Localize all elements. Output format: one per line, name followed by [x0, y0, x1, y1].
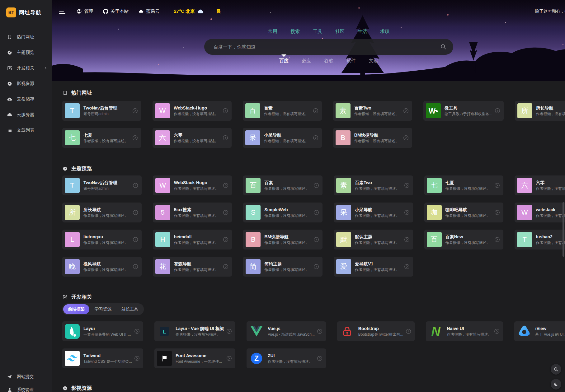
open-link-icon[interactable]	[223, 264, 229, 270]
open-link-icon[interactable]	[223, 209, 229, 216]
engine-tab-百度[interactable]: 百度	[279, 58, 289, 64]
site-card[interactable]: 默默认主题作者很懒，没有填写描述。	[334, 230, 413, 250]
site-card[interactable]: WWebStack-Hugo作者很懒，没有填写描述。	[153, 175, 232, 195]
open-link-icon[interactable]	[313, 182, 319, 189]
site-card[interactable]: 所所长导航作者很懒，没有填写描述。	[515, 101, 565, 121]
site-card[interactable]: 百百素New作者很懒，没有填写描述。	[424, 230, 504, 250]
open-link-icon[interactable]	[132, 236, 139, 243]
open-link-icon[interactable]	[317, 355, 323, 362]
topbar-item-关于本站[interactable]: 关于本站	[103, 8, 129, 14]
site-card[interactable]: WWebStack-Hugo作者很懒，没有填写描述。	[153, 101, 232, 121]
category-tab-社区[interactable]: 社区	[335, 29, 345, 35]
open-link-icon[interactable]	[313, 209, 319, 216]
sidebar-item-影视资源[interactable]: 影视资源	[0, 76, 52, 91]
category-tab-工具[interactable]: 工具	[313, 29, 322, 35]
search-input[interactable]	[204, 39, 453, 55]
site-card[interactable]: W微工具微工具致力于打造和收集各...	[423, 101, 504, 121]
hamburger-menu-icon[interactable]	[59, 9, 67, 14]
search-submit-icon[interactable]	[440, 44, 446, 50]
site-card[interactable]: 百百素作者很懒，没有填写描述。	[243, 175, 323, 195]
site-card[interactable]: 六六零作者很懒，没有填写描述。	[515, 175, 565, 195]
site-card[interactable]: 素百素Two作者很懒，没有填写描述。	[334, 175, 413, 195]
open-link-icon[interactable]	[134, 355, 140, 362]
brand[interactable]: BT 网址导航	[0, 0, 52, 25]
category-tab-求职[interactable]: 求职	[380, 29, 389, 35]
open-link-icon[interactable]	[404, 209, 410, 216]
site-card[interactable]: Layui一套开源免费的 Web UI 组...	[62, 321, 143, 341]
open-link-icon[interactable]	[132, 264, 139, 270]
floating-search-button[interactable]	[551, 364, 561, 375]
open-link-icon[interactable]	[404, 182, 410, 189]
open-link-icon[interactable]	[226, 328, 232, 334]
site-card[interactable]: 晚挽风导航作者很懒，没有填写描述。	[62, 257, 142, 277]
site-card[interactable]: Lliutongxu作者很懒，没有填写描述。	[62, 230, 142, 250]
topbar-item-管理[interactable]: 管理	[77, 8, 93, 14]
open-link-icon[interactable]	[132, 135, 138, 141]
site-card[interactable]: 七七夏作者很懒，没有填写描述。	[62, 128, 141, 148]
open-link-icon[interactable]	[222, 135, 228, 141]
site-card[interactable]: TTwoNav后台管理账号密码admin	[62, 175, 142, 195]
site-card[interactable]: LLayui - Vue 前端 UI 框架作者很懒，没有填写描述。	[154, 321, 235, 341]
site-card[interactable]: 咖咖啡吧导航作者很懒，没有填写描述。	[424, 203, 504, 222]
sidebar-item-热门网址[interactable]: 热门网址	[0, 29, 52, 45]
site-card[interactable]: Font AwesomeFont Awesome，一套绝佳...	[154, 348, 235, 368]
site-card[interactable]: Ttushan2作者很懒，没有填写描述。	[515, 230, 565, 250]
site-card[interactable]: NNaive UI作者很懒，没有填写描述。	[426, 321, 503, 341]
open-link-icon[interactable]	[313, 135, 319, 141]
open-link-icon[interactable]	[494, 108, 501, 114]
category-tab-常用[interactable]: 常用	[268, 29, 277, 35]
sidebar-item-开发相关[interactable]: 开发相关	[0, 60, 52, 76]
engine-tab-文献[interactable]: 文献	[369, 58, 378, 64]
open-link-icon[interactable]	[405, 328, 412, 334]
open-link-icon[interactable]	[132, 209, 139, 216]
dark-mode-button[interactable]	[551, 379, 561, 390]
sidebar-item-云服务器[interactable]: 云服务器	[0, 107, 52, 123]
open-link-icon[interactable]	[132, 182, 139, 189]
engine-tab-必应[interactable]: 必应	[302, 58, 311, 64]
site-card[interactable]: Vue.jsVue.js - 渐进式的 JavaScri...	[247, 321, 326, 341]
open-link-icon[interactable]	[223, 236, 229, 243]
site-card[interactable]: 所所长导航作者很懒，没有填写描述。	[62, 203, 142, 222]
open-link-icon[interactable]	[134, 328, 140, 334]
category-tab-生活[interactable]: 生活	[358, 29, 367, 35]
sidebar-item-系统管理[interactable]: 系统管理	[0, 383, 52, 392]
engine-tab-软件[interactable]: 软件	[346, 58, 356, 64]
site-card[interactable]: 呆小呆导航作者很懒，没有填写描述。	[334, 203, 413, 222]
open-link-icon[interactable]	[494, 236, 500, 243]
site-card[interactable]: 简简约主题作者很懒，没有填写描述。	[243, 257, 323, 277]
sidebar-item-主题预览[interactable]: 主题预览	[0, 45, 52, 60]
open-link-icon[interactable]	[317, 328, 323, 334]
open-link-icon[interactable]	[494, 328, 500, 334]
open-link-icon[interactable]	[404, 236, 410, 243]
site-card[interactable]: 爱爱导航V1作者很懒，没有填写描述。	[334, 257, 413, 277]
open-link-icon[interactable]	[222, 108, 228, 114]
site-card[interactable]: BootstrapBootstrap是Twitter推出的...	[337, 321, 415, 341]
site-card[interactable]: iView基于 Vue.js 的 UI 组件库，...	[514, 321, 565, 341]
site-card[interactable]: 素百素Two作者很懒，没有填写描述。	[333, 101, 412, 121]
open-link-icon[interactable]	[313, 108, 319, 114]
open-link-icon[interactable]	[404, 264, 410, 270]
open-link-icon[interactable]	[132, 108, 138, 114]
site-card[interactable]: BBM快捷导航作者很懒，没有填写描述。	[243, 230, 323, 250]
site-card[interactable]: 呆小呆导航作者很懒，没有填写描述。	[243, 128, 322, 148]
open-link-icon[interactable]	[403, 108, 409, 114]
open-link-icon[interactable]	[494, 182, 500, 189]
dev-tab-站长工具[interactable]: 站长工具	[117, 304, 143, 314]
site-card[interactable]: TailwindTailwind CSS 是一个功能类...	[62, 348, 143, 368]
site-card[interactable]: 七七夏作者很懒，没有填写描述。	[424, 175, 504, 195]
dev-tab-学习资源[interactable]: 学习资源	[90, 304, 116, 314]
scrollbar-thumb[interactable]	[563, 202, 564, 257]
site-card[interactable]: 55iux搜索作者很懒，没有填写描述。	[153, 203, 232, 222]
open-link-icon[interactable]	[313, 236, 319, 243]
site-card[interactable]: BBM快捷导航作者很懒，没有填写描述。	[333, 128, 412, 148]
site-card[interactable]: 百百素作者很懒，没有填写描述。	[243, 101, 322, 121]
open-link-icon[interactable]	[494, 209, 500, 216]
open-link-icon[interactable]	[313, 264, 319, 270]
site-card[interactable]: SSimpleWeb作者很懒，没有填写描述。	[243, 203, 323, 222]
site-card[interactable]: ZZUI作者很懒，没有填写描述。	[247, 348, 326, 368]
open-link-icon[interactable]	[226, 355, 232, 362]
dev-tab-前端框架[interactable]: 前端框架	[63, 304, 89, 314]
site-card[interactable]: Hheimdall作者很懒，没有填写描述。	[153, 230, 232, 250]
site-card[interactable]: 六六零作者很懒，没有填写描述。	[153, 128, 232, 148]
open-link-icon[interactable]	[223, 182, 229, 189]
